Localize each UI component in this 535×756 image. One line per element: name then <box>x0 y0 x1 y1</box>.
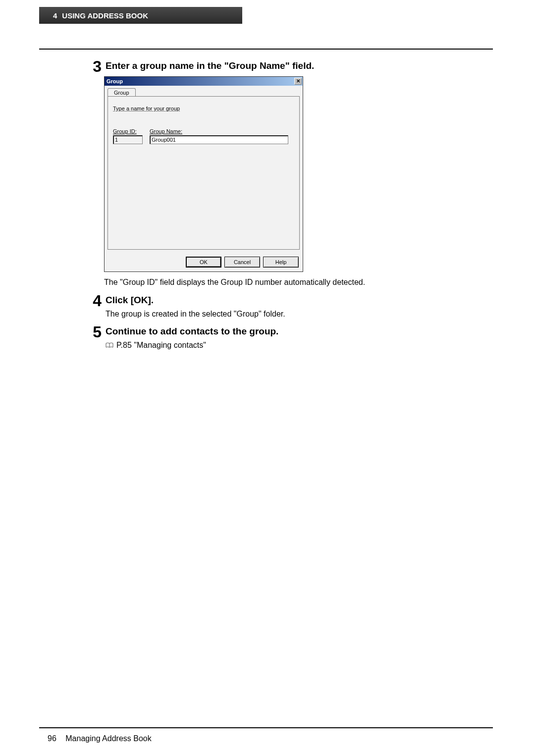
group-name-input[interactable] <box>150 135 288 144</box>
step-number: 3 <box>90 58 102 74</box>
step-body: Continue to add contacts to the group. P… <box>106 324 463 351</box>
tab-group[interactable]: Group <box>107 88 136 97</box>
dialog-hint: Type a name for your group <box>113 106 294 111</box>
group-id-label: Group ID: <box>113 128 143 134</box>
step-body: Click [OK]. The group is created in the … <box>106 293 463 320</box>
step-number: 4 <box>90 293 102 320</box>
field-row: Group ID: Group Name: <box>113 128 294 144</box>
chapter-title: USING ADDRESS BOOK <box>62 11 148 20</box>
group-name-block: Group Name: <box>150 128 288 144</box>
step-title: Click [OK]. <box>106 295 463 306</box>
dialog-title: Group <box>107 78 123 84</box>
step-title: Enter a group name in the "Group Name" f… <box>106 60 463 71</box>
group-dialog-window: Group ✕ Group Type a name for your group… <box>104 76 303 272</box>
step-body: Enter a group name in the "Group Name" f… <box>106 58 463 74</box>
step-link-line: P.85 "Managing contacts" <box>106 340 463 351</box>
footer-horizontal-rule <box>39 727 493 728</box>
top-horizontal-rule <box>39 49 493 50</box>
chapter-header-tab: 4 USING ADDRESS BOOK <box>39 7 242 24</box>
group-id-input <box>113 135 143 144</box>
group-id-block: Group ID: <box>113 128 143 144</box>
dialog-tabs: Group <box>105 86 303 96</box>
help-button[interactable]: Help <box>263 257 299 268</box>
dialog-titlebar: Group ✕ <box>105 77 303 86</box>
step-title: Continue to add contacts to the group. <box>106 326 463 337</box>
footer-section: Managing Address Book <box>65 734 151 743</box>
step-3: 3 Enter a group name in the "Group Name"… <box>90 58 463 74</box>
group-name-label: Group Name: <box>150 128 288 134</box>
step-5: 5 Continue to add contacts to the group.… <box>90 324 463 351</box>
cancel-button[interactable]: Cancel <box>224 257 260 268</box>
page-number: 96 <box>48 734 56 743</box>
step-number: 5 <box>90 324 102 351</box>
book-icon <box>106 342 113 348</box>
chapter-number: 4 <box>53 11 57 20</box>
ok-button[interactable]: OK <box>186 257 221 268</box>
step-body-text: The group is created in the selected "Gr… <box>106 309 463 320</box>
dialog-panel: Type a name for your group Group ID: Gro… <box>107 96 300 250</box>
close-icon[interactable]: ✕ <box>294 78 302 85</box>
dialog-button-row: OK Cancel Help <box>105 253 303 271</box>
page-content: 3 Enter a group name in the "Group Name"… <box>90 58 463 351</box>
page-footer: 96 Managing Address Book <box>48 734 152 743</box>
step-3-aftertext: The "Group ID" field displays the Group … <box>104 277 463 288</box>
reference-link[interactable]: P.85 "Managing contacts" <box>116 340 206 351</box>
step-4: 4 Click [OK]. The group is created in th… <box>90 293 463 320</box>
